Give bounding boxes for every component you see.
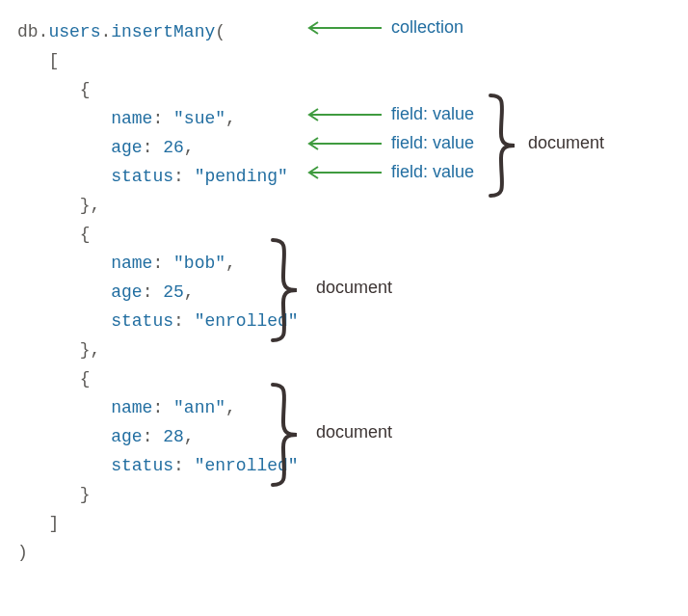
brace-right-icon: [486, 93, 520, 199]
bracket-open: [: [17, 51, 59, 70]
annotation-label: field: value: [391, 104, 474, 124]
arrow-left-icon: [306, 21, 382, 35]
brace-close: },: [17, 340, 100, 360]
paren-close: ): [17, 543, 28, 562]
code-line: ): [17, 538, 688, 567]
brace-close: },: [17, 196, 100, 215]
field-value: 25: [163, 282, 184, 302]
bracket-close: ]: [17, 514, 59, 533]
annotation-label: field: value: [391, 162, 474, 182]
annotation-fieldvalue: field: value: [306, 133, 474, 153]
code-line: ]: [17, 509, 688, 538]
code-line: },: [17, 335, 688, 364]
field-value: "pending": [195, 167, 288, 186]
dot-token: .: [100, 22, 111, 41]
db-token: db: [17, 22, 39, 41]
annotation-document: document: [316, 278, 392, 298]
code-line: {: [17, 75, 688, 104]
code-line: {: [17, 220, 688, 249]
code-line: },: [17, 191, 688, 220]
collection-token: users: [48, 22, 100, 41]
arrow-left-icon: [306, 108, 382, 121]
brace-open: {: [17, 369, 91, 388]
brace-close: }: [17, 485, 91, 504]
paren-open: (: [215, 22, 225, 41]
brace-open: {: [17, 80, 91, 99]
field-key: status: [111, 311, 173, 331]
field-key: age: [111, 282, 142, 302]
field-value: 28: [163, 427, 184, 446]
code-line: }: [17, 480, 688, 509]
field-key: status: [111, 456, 173, 475]
field-key: status: [111, 167, 173, 186]
annotation-document: document: [528, 133, 604, 153]
annotation-collection: collection: [306, 17, 463, 38]
arrow-left-icon: [306, 137, 382, 150]
field-value: "sue": [173, 109, 225, 128]
brace-right-icon: [268, 382, 303, 488]
code-line: name: "ann",: [17, 393, 688, 422]
code-line: name: "bob",: [17, 249, 688, 278]
field-key: name: [111, 398, 152, 417]
code-line: [: [17, 46, 688, 75]
annotation-fieldvalue: field: value: [306, 162, 474, 182]
annotation-label: document: [316, 422, 392, 442]
dot-token: .: [39, 22, 49, 41]
field-key: age: [111, 427, 142, 446]
annotation-label: field: value: [391, 133, 474, 153]
brace-right-icon: [268, 237, 303, 343]
code-line: status: "enrolled": [17, 307, 688, 335]
field-value: "ann": [173, 398, 225, 417]
method-token: insertMany: [111, 22, 215, 41]
field-value: 26: [163, 138, 184, 157]
brace-open: {: [17, 225, 91, 244]
field-key: name: [111, 109, 152, 128]
arrow-left-icon: [306, 166, 382, 179]
annotation-label: collection: [391, 17, 463, 38]
field-key: age: [111, 138, 142, 157]
annotation-document: document: [316, 422, 392, 442]
code-line: {: [17, 364, 688, 393]
code-line: status: "enrolled": [17, 451, 688, 480]
diagram-root: db.users.insertMany( [ { name: "sue", ag…: [17, 17, 688, 567]
field-value: "bob": [173, 254, 225, 273]
field-key: name: [111, 254, 152, 273]
annotation-fieldvalue: field: value: [306, 104, 474, 124]
annotation-label: document: [316, 278, 392, 298]
annotation-label: document: [528, 133, 604, 153]
